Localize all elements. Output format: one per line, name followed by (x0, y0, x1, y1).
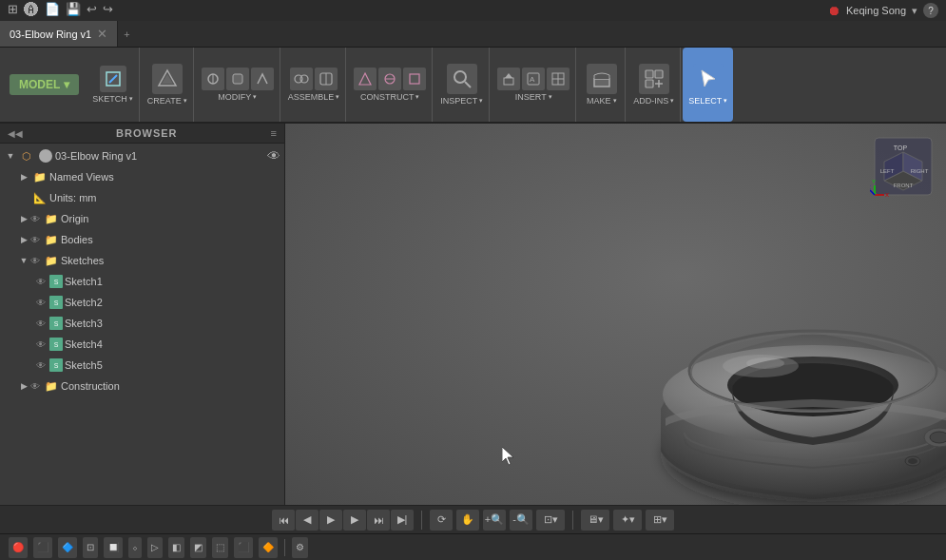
tree-units[interactable]: ▶ 📐 Units: mm (0, 187, 284, 208)
tree-sketch2[interactable]: 👁 S Sketch2 (0, 292, 284, 313)
nav-next-btn[interactable]: ▶ (343, 510, 366, 531)
status-btn-13[interactable]: ⚙ (292, 537, 308, 558)
tree-sketch3[interactable]: 👁 S Sketch3 (0, 313, 284, 334)
bodies-eye[interactable]: 👁 (30, 235, 40, 245)
sketch-label[interactable]: SKETCH ▾ (92, 94, 133, 104)
insert-icon-3[interactable] (547, 68, 570, 90)
status-btn-7[interactable]: ▷ (147, 537, 163, 558)
viewport[interactable]: TOP LEFT RIGHT FRONT X Y Z (285, 124, 946, 505)
bodies-expand[interactable]: ▶ (17, 235, 30, 244)
pan-btn[interactable]: ✋ (456, 510, 479, 531)
named-views-expand[interactable]: ▶ (17, 172, 30, 182)
status-btn-8[interactable]: ◧ (168, 537, 184, 558)
tree-named-views[interactable]: ▶ 📁 Named Views (0, 166, 284, 187)
insert-label[interactable]: INSERT ▾ (515, 92, 552, 102)
nav-last-btn[interactable]: ⏭ (367, 510, 390, 531)
construction-expand[interactable]: ▶ (17, 381, 30, 391)
assemble-icon-1[interactable] (290, 68, 313, 90)
status-btn-6[interactable]: ⬦ (128, 537, 142, 558)
nav-first-btn[interactable]: ⏮ (272, 510, 295, 531)
grid-icon[interactable]: ⊞ (8, 2, 18, 19)
sketch2-eye[interactable]: 👁 (36, 298, 46, 308)
tree-origin[interactable]: ▶ 👁 📁 Origin (0, 208, 284, 229)
status-btn-3[interactable]: 🔷 (58, 537, 77, 558)
display-mode-btn[interactable]: 🖥▾ (581, 510, 609, 531)
zoom-fit-btn[interactable]: ⊡▾ (536, 510, 565, 531)
tab-elbow-ring[interactable]: 03-Elbow Ring v1 ✕ (0, 21, 118, 47)
create-icon[interactable] (152, 64, 183, 94)
tree-sketches[interactable]: ▼ 👁 📁 Sketches (0, 250, 284, 271)
tree-sketch4[interactable]: 👁 S Sketch4 (0, 334, 284, 355)
orbit-btn[interactable]: ⟳ (430, 510, 453, 531)
zoom-out-btn[interactable]: -🔍 (510, 510, 532, 531)
tree-root[interactable]: ▼ ⬡ 03-Elbow Ring v1 👁 (0, 145, 284, 166)
undo-icon[interactable]: ↩ (87, 2, 97, 19)
select-icon[interactable] (693, 64, 724, 94)
root-eye-icon[interactable]: 👁 (267, 148, 280, 164)
origin-expand[interactable]: ▶ (17, 214, 30, 223)
construct-icon-2[interactable] (378, 68, 401, 90)
modify-icon-1[interactable] (202, 68, 224, 90)
make-label[interactable]: MAKE ▾ (587, 96, 617, 106)
construct-icon-1[interactable] (354, 68, 376, 90)
root-visible-icon[interactable] (39, 149, 52, 163)
inspect-label[interactable]: INSPECT ▾ (440, 96, 483, 106)
help-btn[interactable]: ? (923, 3, 938, 18)
new-tab-btn[interactable]: + (118, 29, 135, 40)
save-icon[interactable]: 💾 (66, 2, 81, 19)
status-btn-11[interactable]: ⬛ (234, 537, 253, 558)
origin-eye[interactable]: 👁 (30, 214, 40, 224)
record-icon[interactable]: ⏺ (827, 3, 840, 18)
nav-end-btn[interactable]: ▶| (391, 510, 414, 531)
redo-icon[interactable]: ↪ (103, 2, 113, 19)
addins-icon[interactable] (639, 64, 669, 94)
status-btn-1[interactable]: 🔴 (9, 537, 28, 558)
zoom-in-btn[interactable]: +🔍 (483, 510, 506, 531)
model-mode-button[interactable]: MODEL ▾ (10, 74, 79, 95)
addins-label[interactable]: ADD-INS ▾ (633, 96, 674, 106)
tree-construction[interactable]: ▶ 👁 📁 Construction (0, 376, 284, 396)
sketch-icon-1[interactable] (100, 66, 126, 92)
nav-prev-btn[interactable]: ◀ (296, 510, 319, 531)
construct-label[interactable]: CONSTRUCT ▾ (360, 92, 420, 102)
tree-sketch5[interactable]: 👁 S Sketch5 (0, 355, 284, 376)
inspect-icon[interactable] (447, 64, 477, 94)
status-btn-10[interactable]: ⬚ (212, 537, 228, 558)
user-caret[interactable]: ▾ (912, 5, 917, 17)
modify-icon-2[interactable] (226, 68, 249, 90)
sketch3-eye[interactable]: 👁 (36, 319, 46, 329)
sketches-expand[interactable]: ▼ (17, 256, 30, 265)
tree-sketch1[interactable]: 👁 S Sketch1 (0, 271, 284, 292)
assemble-label[interactable]: ASSEMBLE ▾ (288, 92, 340, 102)
tab-close-btn[interactable]: ✕ (97, 27, 107, 41)
insert-icon-1[interactable] (497, 68, 520, 90)
browser-collapse-btn[interactable]: ◀◀ (8, 128, 23, 139)
modify-icon-3[interactable] (251, 68, 274, 90)
user-name[interactable]: Keqing Song (846, 5, 906, 16)
viewcube[interactable]: TOP LEFT RIGHT FRONT X Y Z (870, 133, 936, 200)
make-icon[interactable] (587, 64, 617, 94)
new-icon[interactable]: 📄 (45, 2, 60, 19)
sketch5-eye[interactable]: 👁 (36, 360, 46, 371)
status-btn-12[interactable]: 🔶 (259, 537, 278, 558)
root-expand[interactable]: ▼ (4, 151, 17, 161)
effects-btn[interactable]: ✦▾ (613, 510, 642, 531)
browser-menu-btn[interactable]: ≡ (271, 127, 277, 139)
assemble-icon-2[interactable] (315, 68, 338, 90)
tree-bodies[interactable]: ▶ 👁 📁 Bodies (0, 229, 284, 250)
status-btn-4[interactable]: ⊡ (83, 537, 98, 558)
status-btn-9[interactable]: ◩ (190, 537, 206, 558)
sketches-eye[interactable]: 👁 (30, 256, 40, 266)
construction-eye[interactable]: 👁 (30, 381, 40, 392)
select-label[interactable]: SELECT ▾ (688, 96, 727, 106)
construct-icon-3[interactable] (403, 68, 426, 90)
grid-btn[interactable]: ⊞▾ (646, 510, 674, 531)
status-btn-5[interactable]: 🔲 (104, 537, 123, 558)
sketch1-eye[interactable]: 👁 (36, 277, 46, 287)
modify-label[interactable]: MODIFY ▾ (218, 92, 257, 102)
insert-icon-2[interactable]: A (522, 68, 545, 90)
create-label[interactable]: CREATE ▾ (147, 96, 187, 106)
nav-play-btn[interactable]: ▶ (319, 510, 342, 531)
sketch4-eye[interactable]: 👁 (36, 339, 46, 350)
status-btn-2[interactable]: ⬛ (33, 537, 52, 558)
